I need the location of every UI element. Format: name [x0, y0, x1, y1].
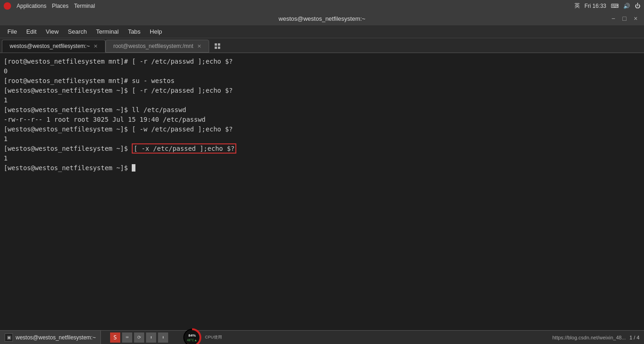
tab-close-1[interactable]: ✕ — [197, 43, 201, 49]
taskbar-app-5[interactable]: ⬇ — [158, 332, 168, 343]
term-line-7: -rw-r--r-- 1 root root 3025 Jul 15 19:40… — [2, 115, 642, 125]
taskbar-terminal-label: westos@westos_netfilesystem:~ — [16, 334, 96, 341]
taskbar-right: https://blog.csdn.net/weixin_48... 1 / 4 — [548, 335, 644, 340]
datetime: Fri 16:33 — [585, 3, 606, 9]
taskbar-app-1[interactable]: S — [110, 332, 120, 343]
terminal-body[interactable]: [root@westos_netfilesystem mnt]# [ -r /e… — [0, 53, 644, 330]
term-line-5: 1 — [2, 95, 642, 105]
window-controls: − □ × — [609, 15, 639, 22]
cpu-section: 84% 48°C▲ CPU使用 — [182, 327, 222, 344]
svg-rect-2 — [215, 47, 217, 49]
svg-text:84%: 84% — [188, 333, 196, 338]
title-bar: westos@westos_netfilesystem:~ − □ × — [0, 12, 644, 25]
term-line-1: [root@westos_netfilesystem mnt]# [ -r /e… — [2, 57, 642, 66]
taskbar-apps: S ⌨ ⟳ ⬆ ⬇ — [110, 332, 168, 343]
tab-close-0[interactable]: ✕ — [94, 43, 98, 49]
terminal-window: westos@westos_netfilesystem:~ − □ × File… — [0, 12, 644, 330]
svg-text:48°C▲: 48°C▲ — [187, 338, 198, 342]
prompt-highlighted: [westos@westos_netfilesystem ~]$ — [4, 145, 132, 152]
term-line-12: [westos@westos_netfilesystem ~]$ — [2, 163, 642, 173]
tab-label-0: westos@westos_netfilesystem:~ — [10, 43, 90, 49]
minimize-button[interactable]: − — [609, 15, 617, 22]
keyboard-icon: ⌨ — [611, 3, 619, 9]
taskbar-page: 1 / 4 — [630, 335, 639, 340]
places-menu[interactable]: Places — [52, 3, 69, 9]
term-line-8: [westos@westos_netfilesystem ~]$ [ -w /e… — [2, 125, 642, 134]
taskbar: ▣ westos@westos_netfilesystem:~ S ⌨ ⟳ ⬆ … — [0, 330, 644, 344]
menu-bar: File Edit View Search Terminal Tabs Help — [0, 25, 644, 38]
term-line-6: [westos@westos_netfilesystem ~]$ ll /etc… — [2, 105, 642, 115]
term-line-3: [root@westos_netfilesystem mnt]# su - we… — [2, 76, 642, 86]
svg-rect-1 — [218, 43, 220, 46]
term-line-9: 1 — [2, 134, 642, 144]
system-bar-left: Applications Places Terminal — [4, 2, 95, 10]
menu-edit[interactable]: Edit — [23, 27, 40, 36]
tab-0[interactable]: westos@westos_netfilesystem:~ ✕ — [2, 40, 105, 53]
menu-tabs[interactable]: Tabs — [124, 27, 144, 36]
term-line-2: 0 — [2, 66, 642, 76]
close-button[interactable]: × — [632, 15, 639, 22]
term-line-11: 1 — [2, 154, 642, 163]
taskbar-url: https://blog.csdn.net/weixin_48... — [552, 335, 626, 340]
term-line-10: [westos@westos_netfilesystem ~]$ [ -x /e… — [2, 144, 642, 154]
cpu-gauge-svg: 84% 48°C▲ — [182, 327, 202, 344]
taskbar-app-4[interactable]: ⬆ — [146, 332, 156, 343]
menu-help[interactable]: Help — [146, 27, 166, 36]
cpu-label: CPU使用 — [205, 335, 222, 340]
term-line-4: [westos@westos_netfilesystem ~]$ [ -r /e… — [2, 86, 642, 95]
applications-menu[interactable]: Applications — [17, 3, 47, 9]
terminal-menu[interactable]: Terminal — [74, 3, 95, 9]
tab-add-button[interactable] — [211, 40, 224, 53]
tab-bar: westos@westos_netfilesystem:~ ✕ root@wes… — [0, 38, 644, 53]
taskbar-app-3[interactable]: ⟳ — [134, 332, 144, 343]
taskbar-app-2[interactable]: ⌨ — [122, 332, 132, 343]
highlighted-command: [ -x /etc/passed ];echo $? — [132, 143, 236, 154]
maximize-button[interactable]: □ — [621, 15, 628, 22]
taskbar-terminal-item[interactable]: ▣ westos@westos_netfilesystem:~ — [0, 331, 101, 344]
menu-file[interactable]: File — [4, 27, 21, 36]
tab-label-1: root@westos_netfilesystem:/mnt — [113, 43, 193, 49]
os-logo — [4, 2, 11, 10]
cpu-gauge-container: 84% 48°C▲ — [182, 327, 202, 344]
svg-rect-3 — [218, 47, 220, 49]
system-bar-right: 英 Fri 16:33 ⌨ 🔊 ⏻ — [574, 2, 640, 10]
system-bar: Applications Places Terminal 英 Fri 16:33… — [0, 0, 644, 12]
window-title: westos@westos_netfilesystem:~ — [279, 15, 365, 22]
taskbar-terminal-icon: ▣ — [5, 333, 13, 342]
menu-search[interactable]: Search — [64, 27, 90, 36]
tab-1[interactable]: root@westos_netfilesystem:/mnt ✕ — [105, 40, 209, 53]
svg-rect-0 — [215, 43, 217, 46]
menu-view[interactable]: View — [42, 27, 62, 36]
menu-terminal[interactable]: Terminal — [93, 27, 123, 36]
volume-icon[interactable]: 🔊 — [623, 3, 630, 9]
input-method: 英 — [574, 2, 580, 10]
power-icon[interactable]: ⏻ — [635, 3, 640, 9]
terminal-cursor — [132, 164, 135, 172]
